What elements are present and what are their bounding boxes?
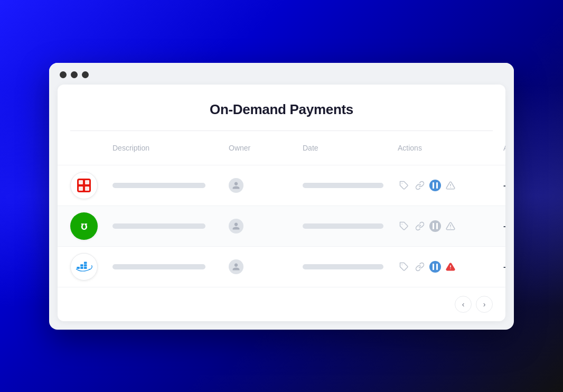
pagination: ‹ › [58, 287, 505, 321]
row-owner [229, 178, 303, 193]
upwork-logo: ʊ [70, 212, 98, 240]
col-date: Date [303, 144, 398, 152]
col-actions: Actions [398, 144, 503, 152]
row-description [112, 223, 229, 229]
svg-rect-2 [85, 180, 89, 184]
col-amount: Amount [503, 144, 505, 152]
svg-rect-19 [84, 264, 87, 266]
next-page-button[interactable]: › [476, 296, 493, 313]
row-date [303, 264, 398, 269]
row-description [112, 183, 229, 188]
link-icon[interactable] [414, 260, 426, 273]
pause-icon[interactable] [429, 261, 441, 273]
svg-rect-4 [85, 186, 89, 191]
svg-point-21 [89, 268, 90, 269]
row-amount: - 250.00 USD [503, 181, 505, 190]
svg-rect-12 [436, 223, 438, 229]
svg-rect-18 [80, 264, 83, 266]
svg-rect-3 [79, 186, 83, 191]
traffic-light-2 [71, 71, 78, 78]
row-actions [398, 179, 503, 192]
tag-icon[interactable] [398, 220, 410, 232]
warning-icon[interactable] [444, 179, 457, 192]
row-logo: ʊ [70, 212, 112, 240]
pause-icon[interactable] [429, 180, 441, 191]
link-icon[interactable] [414, 179, 426, 192]
tag-icon[interactable] [398, 179, 410, 192]
svg-rect-24 [436, 264, 438, 270]
pause-icon[interactable] [429, 220, 441, 232]
row-date [303, 223, 398, 229]
docker-logo [70, 253, 98, 281]
row-description [112, 264, 229, 269]
svg-rect-20 [84, 262, 87, 264]
row-owner [229, 259, 303, 274]
col-owner: Owner [229, 144, 303, 152]
row-amount: - 210.00 USD [503, 263, 505, 271]
row-date [303, 183, 398, 188]
row-logo [70, 253, 112, 281]
tag-icon[interactable] [398, 260, 410, 273]
svg-rect-7 [436, 182, 438, 189]
row-amount: - 130.00 USD [503, 222, 505, 230]
row-owner [229, 219, 303, 234]
row-actions [398, 220, 503, 232]
traffic-light-1 [60, 71, 67, 78]
row-logo [70, 172, 112, 199]
link-icon[interactable] [414, 220, 426, 232]
warning-icon[interactable] [444, 220, 457, 232]
warning-icon-active[interactable] [444, 260, 457, 273]
svg-rect-1 [79, 180, 83, 184]
table-header: Description Owner Date Actions Amount [58, 131, 505, 165]
table-row: ʊ [58, 206, 505, 246]
aws-logo [70, 172, 98, 199]
traffic-light-3 [82, 71, 89, 78]
table-row: - 250.00 USD [58, 165, 505, 206]
title-bar [49, 63, 514, 85]
svg-rect-11 [433, 223, 434, 229]
content-card: On-Demand Payments Description Owner Dat… [58, 85, 505, 321]
main-window: On-Demand Payments Description Owner Dat… [49, 63, 514, 330]
svg-rect-16 [80, 267, 83, 269]
svg-rect-15 [77, 267, 79, 269]
col-description: Description [112, 144, 229, 152]
row-actions [398, 260, 503, 273]
svg-rect-6 [433, 182, 434, 189]
prev-page-button[interactable]: ‹ [455, 296, 472, 313]
table-row: - 210.00 USD [58, 246, 505, 287]
svg-rect-23 [433, 264, 434, 270]
page-title: On-Demand Payments [58, 85, 505, 130]
svg-rect-17 [84, 267, 87, 269]
